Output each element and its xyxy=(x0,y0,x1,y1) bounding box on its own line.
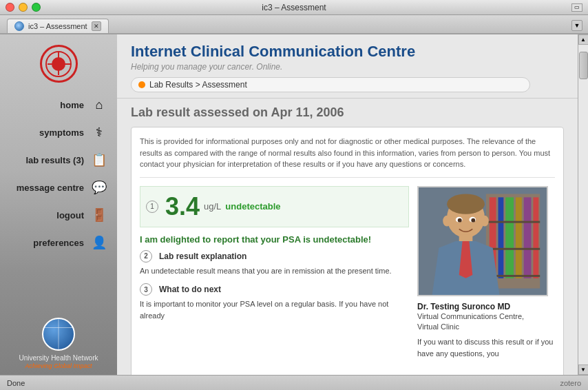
tab-bar: ic3 – Assessment ✕ ▼ xyxy=(0,15,588,34)
section-next: 3 What to do next It is important to mon… xyxy=(140,283,409,321)
svg-rect-6 xyxy=(524,197,532,278)
person-icon: 👤 xyxy=(90,233,109,252)
left-column: 1 3.4 ug/L undetectable I am delighted t… xyxy=(140,186,409,360)
assessment-title: Lab result assessed on Apr 11, 2006 xyxy=(117,99,578,127)
door-icon: 🚪 xyxy=(90,205,109,225)
section-number-3: 3 xyxy=(140,283,152,296)
tab-controls: ▼ xyxy=(571,18,588,33)
uhn-name: University Health Network xyxy=(19,353,98,362)
minimize-button[interactable] xyxy=(19,3,28,12)
result-message: I am delighted to report that your PSA i… xyxy=(140,234,409,245)
sidebar: home ⌂ symptoms ⚕ lab results (3) 📋 mess… xyxy=(0,34,117,375)
zotero-label: zotero xyxy=(560,379,581,387)
section-3-header: 3 What to do next xyxy=(140,283,409,296)
doctor-photo xyxy=(417,186,548,296)
section-2-heading: Lab result explanation xyxy=(159,252,246,261)
nav-item-preferences[interactable]: preferences 👤 xyxy=(0,229,117,256)
scrollbar[interactable]: ▲ ▼ xyxy=(578,34,588,375)
nav-item-logout[interactable]: logout 🚪 xyxy=(0,201,117,229)
cross-vertical xyxy=(58,52,59,75)
stethoscope-icon: ⚕ xyxy=(90,123,109,142)
section-3-body: It is important to monitor your PSA leve… xyxy=(140,298,409,321)
section-explanation: 2 Lab result explanation An undetectable… xyxy=(140,250,409,277)
clipboard-icon: 📋 xyxy=(90,150,109,170)
page-header: Internet Clinical Communication Centre H… xyxy=(117,34,578,99)
section-2-header: 2 Lab result explanation xyxy=(140,250,409,263)
disclaimer-text: This is provided for informational purpo… xyxy=(140,136,555,178)
svg-rect-9 xyxy=(486,247,540,249)
scroll-down-button[interactable]: ▼ xyxy=(578,365,589,375)
title-bar: ic3 – Assessment ▭ xyxy=(0,0,588,15)
nav-item-home[interactable]: home ⌂ xyxy=(0,91,117,119)
scroll-thumb[interactable] xyxy=(579,52,588,79)
resize-button[interactable]: ▭ xyxy=(571,3,582,12)
tab-close-button[interactable]: ✕ xyxy=(92,21,101,31)
doctor-clinic-line2: Virtual Clinic xyxy=(417,322,555,332)
close-button[interactable] xyxy=(6,3,14,12)
svg-point-18 xyxy=(443,215,451,226)
uhn-branding: University Health Network Achieving Glob… xyxy=(13,312,103,375)
doctor-section: Dr. Testing Suronco MD Virtual Communica… xyxy=(417,186,555,360)
nav-label-home: home xyxy=(60,100,84,110)
tab-nav-arrow[interactable]: ▼ xyxy=(571,20,582,31)
window-title: ic3 – Assessment xyxy=(262,3,326,12)
section-2-body: An undetectable result means that you ar… xyxy=(140,265,409,277)
svg-rect-8 xyxy=(486,220,540,223)
nav-item-message-centre[interactable]: message centre 💬 xyxy=(0,174,117,201)
main-area: Internet Clinical Communication Centre H… xyxy=(117,34,578,375)
section-number-2: 2 xyxy=(140,250,152,263)
uhn-tagline: Achieving Global Impact xyxy=(19,362,98,369)
result-status: undetectable xyxy=(225,201,280,212)
nav-label-symptoms: symptoms xyxy=(39,127,84,138)
status-bar: Done zotero xyxy=(0,375,588,390)
nav-label-preferences: preferences xyxy=(33,238,84,248)
nav-label-logout: logout xyxy=(56,210,84,220)
window-controls[interactable] xyxy=(6,3,41,12)
page-title: Internet Clinical Communication Centre xyxy=(131,43,564,61)
scroll-up-button[interactable]: ▲ xyxy=(578,34,589,45)
doctor-image-svg xyxy=(419,186,547,296)
svg-rect-5 xyxy=(516,197,522,278)
doctor-name: Dr. Testing Suronco MD xyxy=(417,302,555,311)
svg-point-17 xyxy=(471,218,475,222)
browser-main: home ⌂ symptoms ⚕ lab results (3) 📋 mess… xyxy=(0,34,588,375)
svg-rect-7 xyxy=(533,197,538,278)
svg-point-12 xyxy=(447,194,485,214)
doctor-intro-text: If you want to discuss this result or if… xyxy=(417,336,555,359)
house-icon: ⌂ xyxy=(90,95,109,114)
svg-point-19 xyxy=(481,215,489,226)
chat-icon: 💬 xyxy=(90,178,109,197)
svg-rect-3 xyxy=(498,197,504,278)
active-tab[interactable]: ic3 – Assessment ✕ xyxy=(7,19,109,33)
section-number-1: 1 xyxy=(146,201,158,213)
breadcrumb-text: Lab Results > Assessment xyxy=(149,80,247,90)
two-column-layout: 1 3.4 ug/L undetectable I am delighted t… xyxy=(140,186,555,360)
maximize-button[interactable] xyxy=(32,3,41,12)
inner-page: home ⌂ symptoms ⚕ lab results (3) 📋 mess… xyxy=(0,34,578,375)
breadcrumb-dot xyxy=(138,81,145,88)
svg-rect-4 xyxy=(505,197,514,278)
tab-globe-icon xyxy=(14,21,24,31)
nav-label-message-centre: message centre xyxy=(17,183,84,193)
svg-point-16 xyxy=(458,218,462,222)
scroll-track[interactable] xyxy=(578,45,588,365)
page-content: home ⌂ symptoms ⚕ lab results (3) 📋 mess… xyxy=(0,34,578,375)
nav-label-lab-results: lab results (3) xyxy=(25,155,84,165)
page-subtitle: Helping you manage your cancer. Online. xyxy=(131,62,564,72)
tab-label: ic3 – Assessment xyxy=(28,22,87,30)
content-box: This is provided for informational purpo… xyxy=(131,127,564,375)
result-unit: ug/L xyxy=(204,201,221,212)
nav-item-lab-results[interactable]: lab results (3) 📋 xyxy=(0,146,117,174)
result-value: 3.4 xyxy=(165,192,200,221)
doctor-clinic-line1: Virtual Communications Centre, xyxy=(417,311,555,322)
ic3-logo xyxy=(40,45,78,83)
status-text-left: Done xyxy=(7,379,25,387)
nav-item-symptoms[interactable]: symptoms ⚕ xyxy=(0,119,117,146)
uhn-globe-icon xyxy=(42,318,75,351)
breadcrumb: Lab Results > Assessment xyxy=(131,77,530,92)
section-3-heading: What to do next xyxy=(159,285,221,294)
